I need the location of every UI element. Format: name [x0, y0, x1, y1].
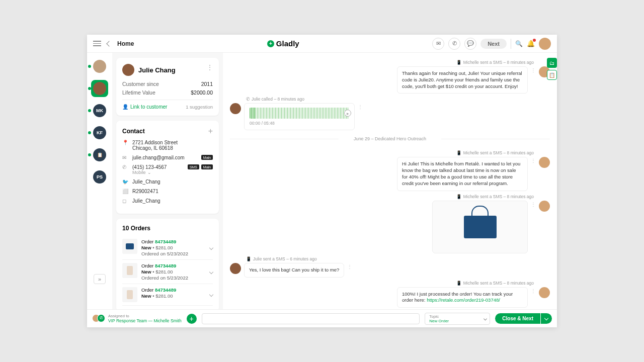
- facebook-handle[interactable]: R29002471: [132, 189, 158, 194]
- user-avatar[interactable]: [539, 38, 551, 50]
- assigned-value[interactable]: VIP Response Team — Michelle Smith: [108, 318, 182, 323]
- message-bubble: Thanks again for reaching out, Julie! Yo…: [397, 66, 528, 94]
- contact-title: Contact: [122, 128, 145, 135]
- instagram-icon: ◻: [122, 198, 128, 204]
- chevron-down-icon[interactable]: ⌄: [147, 170, 151, 175]
- divider: [511, 39, 511, 49]
- notification-bell-icon[interactable]: 🔔: [527, 40, 535, 47]
- play-icon[interactable]: ▶: [344, 110, 351, 117]
- address-line2: Chicago, IL 60618: [132, 145, 213, 151]
- brand-logo: + Gladly: [134, 39, 432, 48]
- conversation-timeline[interactable]: 🗂 📋 📱 Michelle sent a SMS – 8 minutes ag…: [223, 53, 557, 309]
- strip-item-1[interactable]: [91, 80, 108, 97]
- twitter-handle[interactable]: Julie_Chang: [132, 179, 160, 185]
- agent-avatar: [539, 201, 550, 212]
- phone-value[interactable]: (415) 123-4567: [132, 164, 183, 170]
- strip-item-5[interactable]: PS: [91, 168, 108, 186]
- message-row: Hi Julie! This is Michelle from Retalè. …: [230, 157, 550, 191]
- instagram-handle[interactable]: Julie_Chang: [132, 198, 160, 204]
- message-bubble: 100%! I just processed the order! You ca…: [397, 287, 528, 308]
- order-number[interactable]: 84734489: [155, 263, 176, 268]
- msg-meta: 📱 Julie sent a SMS – 6 minutes ago: [246, 256, 550, 261]
- facebook-icon: ⬜: [122, 189, 128, 194]
- sidebar: Julie Chang ⋮ Customer since2011 Lifetim…: [112, 53, 223, 309]
- email-value[interactable]: julie.chang@gmail.com: [132, 155, 196, 160]
- contact-card: Contact + 📍2721 Addison StreetChicago, I…: [116, 121, 219, 214]
- collapse-strip-button[interactable]: »: [94, 274, 106, 284]
- add-contact-button[interactable]: +: [208, 127, 213, 136]
- order-row-2[interactable]: Order 84734489New • $281.00: [122, 284, 213, 306]
- action-clipboard-icon[interactable]: 📋: [547, 70, 557, 80]
- compose-plus-button[interactable]: +: [187, 314, 197, 324]
- agent-avatar: [539, 157, 550, 168]
- tracking-link[interactable]: https://retale.com/order219-03748/: [427, 297, 500, 303]
- strip-item-0[interactable]: [91, 58, 108, 75]
- close-next-button[interactable]: Close & Next: [495, 313, 540, 324]
- chat-icon[interactable]: 💬: [464, 38, 476, 50]
- order-row-0[interactable]: Order 84734489New • $281.00Ordered on 5/…: [122, 236, 213, 260]
- msg-meta: 📱 Michelle sent a SMS – 8 minutes ago: [230, 60, 534, 65]
- footer-bar: ✆ Assigned to VIP Response Team — Michel…: [87, 309, 557, 327]
- product-image-bag: [464, 216, 497, 238]
- strip-item-2[interactable]: MK: [91, 102, 108, 119]
- email-badge: Main: [201, 155, 213, 160]
- message-row: ⋮: [230, 201, 550, 253]
- compose-input[interactable]: [202, 313, 420, 324]
- strip-item-3[interactable]: KF: [91, 124, 108, 141]
- message-menu-icon[interactable]: ⋮: [531, 66, 536, 73]
- twitter-icon: 🐦: [122, 179, 128, 185]
- assigned-to[interactable]: ✆ Assigned to VIP Response Team — Michel…: [92, 314, 182, 323]
- image-bubble[interactable]: [432, 201, 528, 253]
- chevron-down-icon: [484, 317, 487, 320]
- plus-logo-icon: +: [267, 40, 274, 47]
- order-number[interactable]: 84734489: [155, 287, 176, 293]
- mail-icon: ✉: [122, 155, 128, 160]
- order-thumb: [122, 287, 137, 302]
- audio-waveform[interactable]: ▶: [250, 108, 349, 119]
- phone-type: Mobile: [132, 170, 146, 175]
- menu-icon[interactable]: [93, 41, 101, 46]
- order-number[interactable]: 84734489: [155, 239, 176, 244]
- message-menu-icon[interactable]: ⋮: [531, 201, 536, 207]
- phone-icon[interactable]: ✆: [448, 38, 460, 50]
- message-menu-icon[interactable]: ⋮: [531, 157, 536, 163]
- message-row: Yes, I love this bag! Can you ship it to…: [230, 263, 550, 278]
- message-bubble: Yes, I love this bag! Can you ship it to…: [244, 263, 344, 278]
- suggestion-count: 1 suggestion: [186, 104, 213, 110]
- message-bubble: Hi Julie! This is Michelle from Retalè. …: [397, 157, 528, 191]
- order-thumb: [122, 263, 137, 278]
- strip-item-4[interactable]: 📋: [91, 146, 108, 163]
- message-row: 100%! I just processed the order! You ca…: [230, 287, 550, 308]
- sms-badge: SMS: [188, 164, 199, 169]
- order-thumb: [122, 239, 137, 254]
- date-divider: June 29 – Dedicated Hero Outreach: [230, 136, 550, 141]
- main-badge: Main: [201, 164, 213, 169]
- action-card-icon[interactable]: 🗂: [547, 58, 557, 68]
- message-menu-icon[interactable]: ⋮: [531, 287, 536, 294]
- message-menu-icon[interactable]: ⋮: [358, 103, 363, 110]
- mail-icon[interactable]: ✉: [432, 38, 444, 50]
- back-button[interactable]: [106, 41, 112, 46]
- conversation-strip: MK KF 📋 PS »: [87, 53, 112, 309]
- assigned-label: Assigned to: [108, 314, 182, 318]
- customer-menu-icon[interactable]: ⋮: [207, 64, 213, 71]
- msg-meta: 📱 Michelle sent a SMS – 8 minutes ago: [230, 150, 534, 155]
- breadcrumb-home[interactable]: Home: [117, 40, 134, 47]
- app-header: Home + Gladly ✉ ✆ 💬 Next 🔍 🔔: [87, 35, 557, 53]
- msg-meta: 📱 Michelle sent a SMS – 8 minutes ago: [230, 194, 534, 199]
- next-button[interactable]: Next: [480, 39, 507, 49]
- msg-meta: ✆ Julie called – 8 minutes ago: [246, 97, 550, 102]
- floating-actions: 🗂 📋: [547, 58, 557, 80]
- message-menu-icon[interactable]: ⋮: [347, 263, 352, 269]
- close-next-group: Close & Next: [495, 313, 552, 324]
- msg-meta: 📱 Michelle sent a SMS – 8 minutes ago: [230, 281, 534, 286]
- customer-avatar: [230, 103, 241, 114]
- order-row-1[interactable]: Order 84734489New • $281.00Ordered on 5/…: [122, 260, 213, 284]
- close-next-dropdown[interactable]: [541, 313, 552, 324]
- message-row: Thanks again for reaching out, Julie! Yo…: [230, 66, 550, 94]
- link-to-customer[interactable]: 👤 Link to customer: [122, 104, 167, 110]
- call-row: ▶ 00:00 / 05:48 ⋮: [230, 103, 550, 130]
- search-icon[interactable]: 🔍: [515, 40, 523, 47]
- phone-icon: ✆: [122, 164, 128, 170]
- topic-selector[interactable]: Topic New Order: [425, 313, 490, 325]
